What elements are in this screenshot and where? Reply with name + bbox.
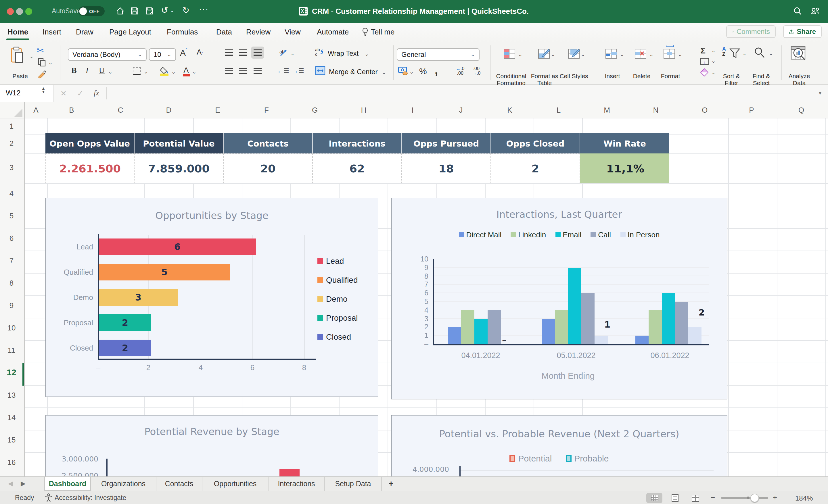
comments-button[interactable]: Comments [726,25,776,38]
accounting-chevron-icon[interactable]: ⌄ [409,69,414,75]
tab-draw[interactable]: Draw [76,28,93,36]
name-box[interactable]: W12 ▲▼ [0,85,53,102]
bar-linkedin[interactable] [461,310,474,344]
decrease-indent-icon[interactable]: ←☰ [277,67,289,75]
row-header[interactable]: 9 [0,301,23,310]
insert-cells-icon[interactable]: ⬅ [606,49,617,59]
align-middle-icon[interactable] [239,49,247,56]
percent-style-icon[interactable]: % [419,66,427,76]
copy-chevron-icon[interactable]: ⌄ [48,60,53,65]
increase-font-icon[interactable]: Aˆ [180,48,187,57]
format-chevron-icon[interactable]: ⌄ [678,52,682,57]
column-header[interactable]: K [485,106,534,114]
bar-email[interactable] [662,293,675,344]
number-format-select[interactable]: General⌄ [397,48,480,61]
format-painter-icon[interactable] [37,70,47,81]
decrease-decimal-icon[interactable]: .00→.0 [472,67,481,76]
zoom-out-icon[interactable]: − [711,493,715,502]
bar-lead[interactable]: 6 [99,238,256,255]
align-bottom-icon[interactable] [254,49,262,56]
sort-filter-label[interactable]: Sort & Filter [716,73,747,86]
fill-color-icon[interactable] [160,66,169,77]
insert-label[interactable]: Insert [598,73,627,80]
row-header[interactable]: 1 [0,122,23,131]
row-header[interactable]: 4 [0,189,23,198]
normal-view-button[interactable] [646,493,662,503]
orientation-icon[interactable]: ab [279,48,288,59]
bar-closed[interactable]: 2 [99,340,151,356]
find-select-icon[interactable] [753,47,766,59]
bar-email[interactable] [568,268,581,344]
conditional-formatting-chevron-icon[interactable]: ⌄ [518,52,523,57]
share-session-icon[interactable] [810,6,820,18]
bold-button[interactable]: B [71,66,77,75]
accounting-format-icon[interactable] [398,66,408,78]
row-header[interactable]: 10 [0,324,23,332]
decrease-font-icon[interactable]: Aˇ [197,48,203,57]
format-as-table-icon[interactable] [538,49,550,59]
borders-chevron-icon[interactable]: ⌄ [144,69,148,75]
tab-insert[interactable]: Insert [43,28,61,36]
row-header[interactable]: 8 [0,279,23,287]
merge-center-icon[interactable] [315,66,325,78]
tab-tell-me[interactable]: Tell me [371,28,395,36]
column-header[interactable]: G [290,106,339,114]
tabs-scroll-right-icon[interactable]: ▶ [21,480,26,487]
tabs-scroll-left-icon[interactable]: ◀ [8,480,13,487]
bar-fragment[interactable] [280,469,299,476]
chart-interactions-last-quarter[interactable]: Interactions, Last Quarter Direct Mail L… [391,198,728,400]
row-header[interactable]: 13 [0,391,23,400]
row-header[interactable]: 5 [0,212,23,220]
increase-decimal-icon[interactable]: ←.0.00 [456,67,464,76]
sheet-tab-setup-data[interactable]: Setup Data [325,477,382,491]
clear-chevron-icon[interactable]: ⌄ [711,70,715,75]
bar-linkedin[interactable] [555,310,568,344]
align-left-icon[interactable] [225,68,233,74]
column-header[interactable]: H [339,106,388,114]
merge-center-label[interactable]: Merge & Center [329,68,377,76]
borders-icon[interactable] [133,67,141,75]
find-select-label[interactable]: Find & Select [745,73,777,86]
column-header[interactable]: D [144,106,193,114]
paste-chevron-icon[interactable]: ⌄ [29,53,34,59]
bar-call[interactable] [488,310,501,344]
cell-styles-label[interactable]: Cell Styles [556,73,591,80]
cell-styles-icon[interactable] [568,49,580,59]
column-header[interactable]: E [193,106,242,114]
share-button[interactable]: Share [783,25,822,38]
analyze-data-icon[interactable] [790,45,807,63]
row-header[interactable]: 15 [0,436,23,444]
row-header[interactable]: 6 [0,234,23,242]
conditional-formatting-icon[interactable] [504,49,515,59]
tab-data[interactable]: Data [216,28,232,36]
underline-button[interactable]: U [99,66,105,75]
fill-chevron-icon[interactable]: ⌄ [171,69,176,75]
row-header[interactable]: 11 [0,346,23,355]
formula-bar-expand-icon[interactable]: ▾ [819,90,821,96]
bar-call[interactable] [581,293,594,344]
fill-down-icon[interactable]: ↓ [700,58,709,65]
column-header[interactable]: J [437,106,485,114]
italic-button[interactable]: I [86,66,88,75]
select-all-corner[interactable] [0,102,25,119]
find-select-chevron-icon[interactable]: ⌄ [769,51,773,56]
zoom-slider-track[interactable] [721,497,768,499]
sheet-tab-dashboard[interactable]: Dashboard [44,477,91,491]
orientation-chevron-icon[interactable]: ⌄ [290,51,295,56]
bar-call[interactable] [675,302,688,344]
paste-button[interactable] [10,47,28,66]
bar-in-person[interactable] [594,336,608,344]
column-header[interactable]: O [680,106,729,114]
zoom-slider-knob[interactable] [750,494,759,502]
accessibility-status[interactable]: Accessibility: Investigate [55,494,126,501]
column-header[interactable]: B [47,106,96,114]
column-header[interactable]: P [729,106,775,114]
column-header[interactable]: F [242,106,291,114]
sheet-tab-organizations[interactable]: Organizations [91,477,156,491]
tab-view[interactable]: View [285,28,301,36]
insert-chevron-icon[interactable]: ⌄ [620,52,624,57]
bar-direct-mail[interactable] [542,319,555,344]
chart-opportunities-by-stage[interactable]: Opportunities by Stage 6 5 3 2 2 Lead Qu… [45,198,378,397]
sheet-tab-interactions[interactable]: Interactions [268,477,325,491]
bar-qualified[interactable]: 5 [99,264,230,280]
